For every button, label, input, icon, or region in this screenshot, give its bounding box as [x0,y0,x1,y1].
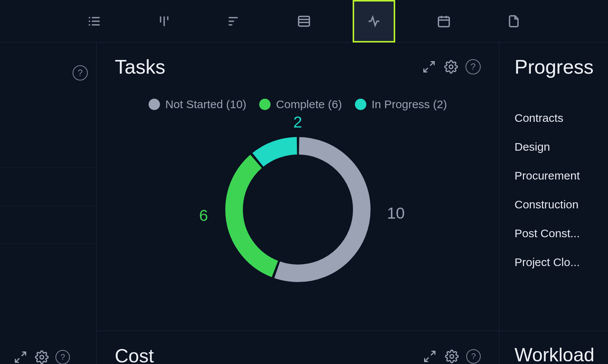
cost-panel: Cost ? [97,331,499,364]
donut-label-in-progress: 2 [293,113,302,131]
document-view-icon [504,11,524,32]
svg-point-21 [40,355,44,359]
help-icon[interactable]: ? [466,59,481,74]
gear-icon[interactable] [443,59,459,74]
board-view-icon [154,11,174,32]
nav-item-dashboard[interactable] [353,0,395,43]
nav-item-gantt[interactable] [213,0,255,43]
svg-rect-15 [439,17,450,26]
progress-item[interactable]: Construction [515,198,608,211]
progress-item[interactable]: Design [515,140,608,153]
nav-item-document[interactable] [492,0,535,43]
panel-title: Cost [115,345,154,364]
help-icon[interactable]: ? [73,65,88,80]
legend-dot [149,99,160,110]
progress-item[interactable]: Post Const... [515,227,608,240]
panel-title: Tasks [115,55,165,78]
legend-dot [355,99,366,110]
gantt-view-icon [224,11,244,32]
help-icon[interactable]: ? [466,349,481,364]
table-view-icon [294,11,314,32]
svg-point-33 [450,355,454,358]
sidebar-row[interactable] [0,130,96,168]
progress-list: Contracts Design Procurement Constructio… [515,112,608,269]
svg-point-0 [89,17,90,18]
donut-label-not-started: 10 [387,204,405,222]
chart-legend: Not Started (10) Complete (6) In Progres… [115,98,481,111]
expand-icon[interactable] [421,59,437,74]
panel-title: Workload [515,344,594,364]
legend-label: In Progress (2) [372,98,447,111]
tasks-panel: Tasks ? Not Started (10) [97,43,499,331]
expand-icon[interactable] [13,350,28,364]
progress-panel: Progress Contracts Design Procurement Co… [499,43,608,364]
legend-item-complete[interactable]: Complete (6) [259,98,342,111]
nav-item-calendar[interactable] [423,0,465,43]
progress-item[interactable]: Contracts [515,112,608,124]
legend-label: Not Started (10) [165,98,246,111]
svg-rect-12 [299,16,310,26]
legend-item-not-started[interactable]: Not Started (10) [149,98,246,111]
legend-item-in-progress[interactable]: In Progress (2) [355,98,447,111]
help-icon[interactable]: ? [55,350,70,364]
progress-item[interactable]: Project Clo... [515,256,608,269]
nav-item-table[interactable] [283,0,325,43]
dashboard-view-icon [364,11,384,32]
panel-title: Progress [515,55,608,78]
nav-item-board[interactable] [143,0,185,43]
svg-point-24 [449,65,453,69]
svg-line-19 [22,352,26,356]
svg-line-23 [424,68,428,72]
list-view-icon [84,11,104,32]
tasks-donut-chart [218,130,378,289]
svg-point-4 [89,24,90,25]
gear-icon[interactable] [444,349,459,364]
svg-point-2 [89,20,90,22]
legend-dot [259,99,271,110]
progress-item[interactable]: Procurement [515,169,608,182]
expand-icon[interactable] [422,349,437,364]
donut-label-complete: 6 [199,206,208,225]
sidebar-row[interactable] [0,206,96,244]
left-sidebar: ? ? [0,43,97,364]
gear-icon[interactable] [34,350,49,364]
svg-line-32 [425,358,429,362]
nav-item-list[interactable] [73,0,116,43]
svg-line-31 [431,351,435,356]
top-nav [0,0,608,43]
sidebar-row[interactable] [0,168,96,206]
legend-label: Complete (6) [276,98,342,111]
svg-line-22 [430,62,434,66]
svg-line-20 [16,358,20,362]
calendar-view-icon [434,11,454,32]
